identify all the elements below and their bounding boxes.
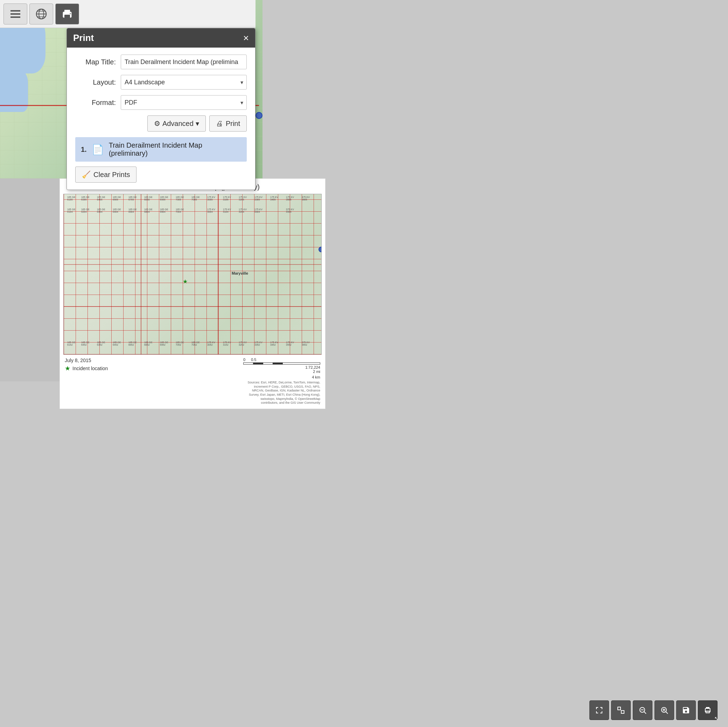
print-btn-icon: 🖨 [216,120,223,128]
grid-b10: 175 KV3052 [207,341,215,346]
queue-item-number: 1. [81,145,87,154]
grid-label-15: 175 KV3565 [286,196,294,201]
list-toolbar-btn[interactable] [3,3,27,24]
scale-km: 4 km [243,375,320,379]
print-button[interactable]: 🖨 Print [209,115,247,131]
grid-label-3: 165 GE6465 [97,196,106,201]
scale-seg-4 [273,363,283,364]
grid-m10: 175 KV3164 [223,208,231,213]
advanced-dropdown-icon: ▾ [196,119,199,128]
road-line-h2 [64,306,321,307]
svg-line-16 [644,712,646,714]
grid-label-7: 165 GE6965 [160,196,168,201]
preview-toolbar: ↖ [589,700,717,720]
format-select-wrapper: PDF PNG JPG ▾ [121,95,247,110]
attribution: Sources: Esri, HERE, DeLorme, TomTom, In… [243,381,320,405]
grid-m8: 165 GE7064 [176,208,184,213]
grid-b13: 175 KV3352 [254,341,263,346]
zoom-out-button[interactable] [633,700,652,720]
map-title-input[interactable] [121,55,247,69]
save-button[interactable] [676,700,696,720]
road-line-v2 [218,194,219,354]
grid-m11: 175 KV3264 [239,208,247,213]
grid-m6: 165 GE6864 [144,208,153,213]
layout-select[interactable]: A4 Landscape A4 Portrait Letter Landscap… [121,75,247,90]
gray-right-panel [326,179,728,381]
grid-label-1: 165 GE6165 [67,196,76,201]
grid-m4: 165 GE6464 [113,208,121,213]
grid-label-14: 175 KV3465 [270,196,278,201]
grid-m3: 165 GE6364 [97,208,106,213]
gray-left-panel [0,179,60,381]
dialog-actions: ⚙ Advanced ▾ 🖨 Print [75,115,247,131]
legend-label: Incident location [72,366,108,371]
preview-date: July 8, 2015 [65,357,108,363]
clear-prints-button[interactable]: 🧹 Clear Prints [75,166,136,183]
grid-label-5: 165 GE6765 [128,196,137,201]
grid-m5: 165 GE6664 [128,208,137,213]
grid-label-4: 165 GE6565 [113,196,121,201]
svg-line-20 [666,712,668,714]
format-select[interactable]: PDF PNG JPG [121,95,247,110]
scale-bar-container: 00.5 1:72,224 2 mi [243,357,320,374]
preview-footer-right: 00.5 1:72,224 2 mi 4 km Sources: Esri, H… [243,357,320,405]
scale-ratio: 1:72,224 [243,365,320,370]
maryville-label: Maryville [232,271,248,275]
clear-prints-label: Clear Prints [93,171,130,179]
zoom-in-button[interactable] [655,700,674,720]
grid-b11: 175 KV3152 [223,341,231,346]
preview-footer: July 8, 2015 ★ Incident location 00.5 1:… [60,355,325,409]
grid-m13: 375 KV3564 [286,208,294,213]
legend-row: ★ Incident location [65,365,108,372]
grid-b4: 165 GE6452 [113,341,121,346]
scale-labels: 00.5 [243,357,320,362]
grid-m7: 165 GE6964 [160,208,168,213]
zoom-area-button[interactable] [611,700,631,720]
grid-label-9: 165 GE7065 [191,196,200,201]
advanced-label: Advanced [162,120,194,128]
dialog-title-bar: Print × [67,28,255,47]
format-label: Format: [75,99,121,107]
grid-b16: 375 KV3652 [302,341,310,346]
svg-rect-9 [64,15,70,18]
queue-item-label: Train Derailment Incident Map (prelimina… [109,141,241,157]
map-edge-marker [318,247,322,252]
globe-toolbar-btn[interactable] [29,3,53,24]
layout-select-wrapper: A4 Landscape A4 Portrait Letter Landscap… [121,75,247,90]
grid-label-11: 175 KV3165 [223,196,231,201]
map-title-label: Map Title: [75,58,121,66]
grid-b6: 165 GE6852 [144,341,153,346]
preview-section: Train Derailment Incident Map (prelimina… [60,179,326,409]
pdf-icon: 📄 [92,144,104,155]
cursor-indicator: ↖ [714,715,719,721]
map-title-row: Map Title: [75,55,247,69]
map-marker-circle [255,112,263,119]
scale-miles: 2 mi [243,370,320,374]
grid-m12: 175 KV3364 [254,208,263,213]
grid-b14: 175 KV3452 [270,341,278,346]
road-line-h1 [64,264,321,265]
grid-b3: 165 GE6352 [97,341,106,346]
preview-footer-left: July 8, 2015 ★ Incident location [65,357,108,372]
queue-item: 1. 📄 Train Derailment Incident Map (prel… [75,137,247,162]
print-label: Print [226,120,240,128]
svg-rect-2 [11,17,20,18]
scale-seg-1 [243,363,253,364]
print-queue: 1. 📄 Train Derailment Incident Map (prel… [75,137,247,162]
grid-b9: 165 GE7052 [191,341,200,346]
grid-label-10: 175 KV3065 [207,196,215,201]
layout-row: Layout: A4 Landscape A4 Portrait Letter … [75,75,247,90]
preview-map: 165 GE6165 165 GE6365 165 GE6465 165 GE6… [63,194,322,355]
dialog-close-button[interactable]: × [243,33,249,43]
layout-label: Layout: [75,78,121,86]
svg-rect-1 [11,13,20,15]
zoom-extent-button[interactable] [589,700,609,720]
grid-label-12: 175 KV3265 [239,196,247,201]
grid-b5: 165 GE6652 [128,341,137,346]
print-preview-button[interactable]: ↖ [698,700,717,720]
svg-point-11 [70,13,71,14]
advanced-button[interactable]: ⚙ Advanced ▾ [147,115,206,131]
print-toolbar-btn[interactable] [55,3,79,24]
svg-rect-10 [64,10,70,12]
broom-icon: 🧹 [82,170,91,179]
